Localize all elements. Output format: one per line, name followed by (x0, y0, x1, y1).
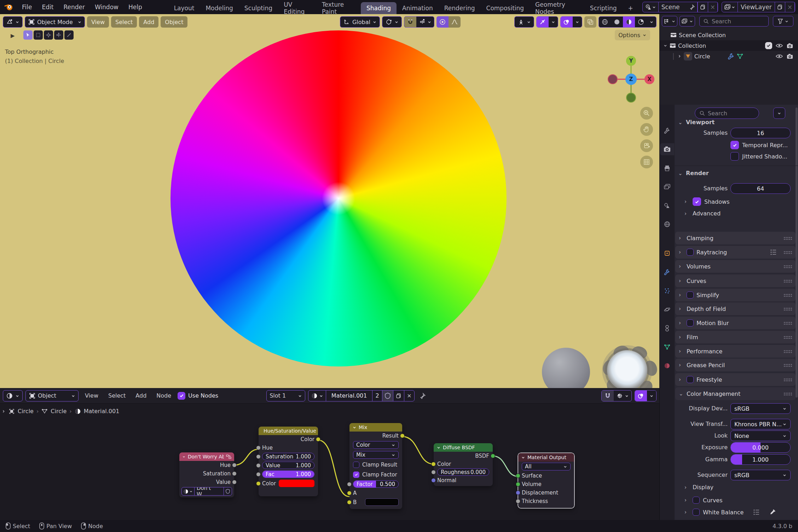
panel-grease-pencil[interactable]: ›Grease Pencil (675, 359, 796, 371)
drag-grip-icon[interactable] (783, 392, 792, 395)
new-scene-icon[interactable] (698, 2, 708, 12)
saturation-field[interactable]: Saturation1.000 (262, 453, 314, 460)
menu-window[interactable]: Window (90, 0, 123, 14)
color-swatch-black[interactable] (365, 498, 399, 506)
socket-normal-input[interactable] (431, 478, 436, 482)
view-transform-selector[interactable]: Khronos PBR N... (730, 419, 791, 429)
socket-value-input[interactable] (256, 463, 261, 468)
mode-selector[interactable]: Object Mode (25, 16, 85, 28)
xray-toggle-icon[interactable] (584, 16, 596, 28)
gamma-slider[interactable]: 1.000 (730, 454, 791, 465)
socket-displacement-input[interactable] (516, 491, 520, 495)
menu-help[interactable]: Help (123, 0, 147, 14)
node-group-dont-worry[interactable]: Don't Worry Abo... Hue Saturation Value … (179, 452, 234, 497)
unlink-scene-icon[interactable]: × (708, 2, 718, 12)
node-header[interactable]: Don't Worry Abo... (179, 452, 234, 461)
tab-sculpting[interactable]: Sculpting (239, 2, 278, 14)
snap-toggle-magnet-icon[interactable] (404, 17, 416, 27)
tab-modeling[interactable]: Modeling (200, 2, 238, 14)
shader-editor[interactable]: Object View Select Add Node Use Nodes Sl… (0, 388, 659, 520)
viewport-pan-button[interactable] (640, 123, 653, 136)
expand-display-icon[interactable]: › (684, 484, 689, 491)
section-viewport-header[interactable]: ⌄Viewport (678, 119, 715, 126)
value-field[interactable]: Value1.000 (262, 462, 314, 469)
tab-texture-paint[interactable]: Texture Paint (316, 2, 361, 14)
panel-depth-of-field[interactable]: ›Depth of Field (675, 302, 796, 315)
panel-performance[interactable]: ›Performance (675, 345, 796, 358)
socket-color-input[interactable] (431, 462, 436, 466)
toolbar-expand-icon[interactable]: ▶ (11, 33, 15, 39)
section-render-header[interactable]: ⌄Render (678, 170, 709, 177)
tab-uv-editing[interactable]: UV Editing (278, 2, 316, 14)
viewport-menu-add[interactable]: Add (139, 16, 158, 28)
socket-bsdf-output[interactable] (491, 453, 495, 458)
gizmo-axis-y[interactable]: Y (626, 56, 636, 66)
eyedropper-icon[interactable] (769, 509, 776, 516)
viewport-samples-field[interactable]: 16 (730, 128, 791, 138)
drag-grip-icon[interactable] (783, 322, 792, 325)
viewport-menu-select[interactable]: Select (111, 16, 137, 28)
hide-eye-icon[interactable] (776, 43, 783, 48)
transform-orientation-selector[interactable]: Global (340, 16, 380, 28)
socket-result-output[interactable] (400, 434, 405, 438)
node-hue-saturation-value[interactable]: Hue/Saturation/Value Color Hue Saturatio… (259, 427, 318, 496)
group-name-field[interactable]: Don't W... (195, 487, 224, 495)
shading-material-icon[interactable] (623, 17, 635, 27)
mix-blend-mode-selector[interactable]: Mix (353, 451, 399, 459)
panel-volumes[interactable]: ›Volumes (675, 260, 796, 273)
gizmo-axis-neg-y[interactable] (626, 93, 636, 103)
pivot-point-selector[interactable] (382, 16, 402, 28)
tab-object-data[interactable] (660, 341, 674, 353)
drag-grip-icon[interactable] (783, 378, 792, 381)
factor-slider[interactable]: Factor0.500 (353, 480, 399, 488)
drag-grip-icon[interactable] (783, 364, 792, 367)
jittered-shadows-checkbox[interactable] (730, 152, 739, 161)
socket-volume-input[interactable] (516, 482, 520, 487)
socket-surface-input[interactable] (516, 474, 520, 478)
node-header[interactable]: Mix (349, 423, 402, 432)
look-selector[interactable]: None (730, 430, 791, 441)
shading-wireframe-icon[interactable] (599, 17, 611, 27)
node-diffuse-bsdf[interactable]: Diffuse BSDF BSDF Color Roughness0.000 N… (434, 443, 493, 486)
white-balance-label[interactable]: White Balance (703, 509, 744, 516)
tab-shading[interactable]: Shading (361, 2, 397, 14)
scene-name[interactable]: Scene (659, 4, 687, 11)
panel-motion-blur[interactable]: ›Motion Blur (675, 317, 796, 329)
drag-grip-icon[interactable] (783, 350, 792, 353)
outliner-filter-button[interactable] (773, 16, 793, 27)
proportional-editing-icon[interactable] (436, 16, 449, 28)
output-target-selector[interactable]: All (522, 463, 571, 470)
expand-white-balance-icon[interactable]: › (684, 509, 689, 515)
shading-solid-icon[interactable] (611, 17, 623, 27)
node-header[interactable]: Diffuse BSDF (434, 443, 493, 452)
drag-grip-icon[interactable] (783, 251, 792, 254)
properties-scrollbar[interactable] (796, 108, 798, 398)
disable-render-camera-icon[interactable] (786, 43, 793, 48)
socket-thickness-input[interactable] (516, 499, 520, 504)
expand-shadows-icon[interactable]: › (684, 198, 689, 205)
sequencer-selector[interactable]: sRGB (730, 470, 791, 480)
drag-grip-icon[interactable] (783, 237, 792, 240)
group-fake-user-shield-icon[interactable] (224, 487, 232, 495)
tab-geometry-nodes[interactable]: Geometry Nodes (530, 2, 584, 14)
menu-render[interactable]: Render (58, 0, 90, 14)
collapse-node-icon[interactable] (436, 445, 441, 450)
new-viewlayer-icon[interactable] (775, 2, 785, 12)
viewlayer-icon[interactable] (722, 2, 738, 12)
socket-hue-input[interactable] (256, 446, 261, 450)
shading-rendered-icon[interactable] (635, 17, 647, 27)
viewport-zoom-button[interactable] (640, 107, 653, 120)
properties-search-field[interactable]: Search (695, 108, 759, 119)
socket-b-input[interactable] (347, 500, 352, 504)
show-gizmo-icon[interactable] (537, 17, 549, 27)
drag-grip-icon[interactable] (783, 279, 792, 283)
socket-value-output[interactable] (232, 480, 237, 485)
viewport-camera-button[interactable] (640, 139, 653, 152)
gizmo-axis-neg-x[interactable] (608, 74, 618, 84)
tool-cursor-icon[interactable] (44, 30, 53, 40)
show-overlays-icon[interactable] (561, 17, 573, 27)
navigation-gizmo[interactable]: Y Z X (603, 51, 659, 108)
outliner-row-scene-collection[interactable]: Scene Collection (660, 30, 798, 40)
tab-world[interactable] (660, 218, 674, 230)
tab-constraints[interactable] (660, 322, 674, 334)
